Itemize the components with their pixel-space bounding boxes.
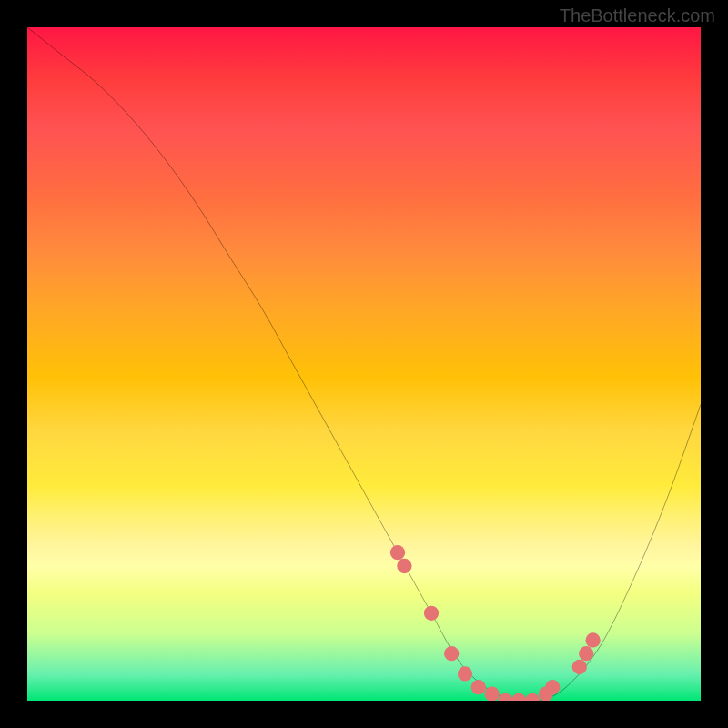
highlight-point	[484, 686, 499, 701]
highlight-point	[585, 632, 600, 647]
chart-area	[27, 27, 701, 701]
highlight-point	[525, 693, 540, 701]
highlight-point	[545, 680, 560, 694]
highlight-point	[444, 646, 459, 661]
highlight-points	[390, 545, 601, 701]
highlight-point	[458, 666, 472, 681]
highlight-point	[397, 559, 411, 573]
highlight-point	[424, 606, 439, 621]
highlight-point	[511, 693, 526, 701]
bottleneck-curve	[27, 27, 701, 701]
highlight-point	[498, 693, 512, 701]
watermark-text: TheBottleneck.com	[560, 5, 715, 26]
chart-svg	[27, 27, 701, 701]
highlight-point	[579, 646, 593, 661]
highlight-point	[471, 680, 486, 694]
highlight-point	[572, 660, 587, 674]
highlight-point	[390, 545, 405, 560]
